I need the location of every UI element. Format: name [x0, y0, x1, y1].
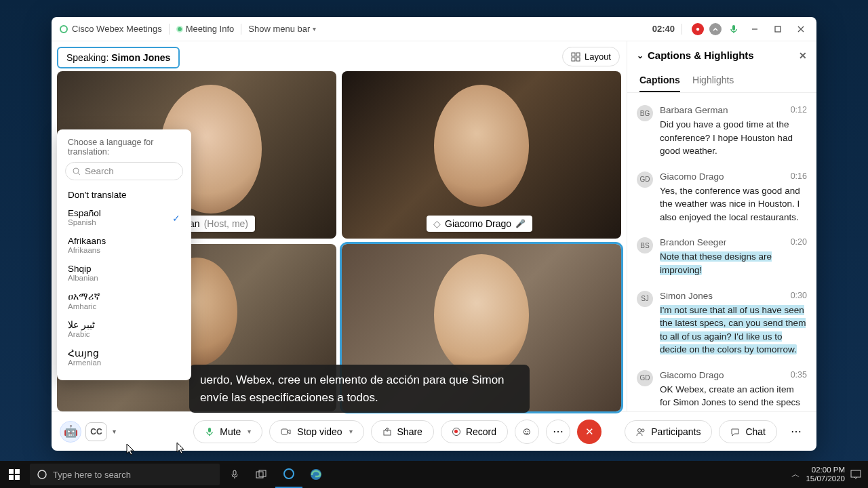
meeting-toolbar: 🤖 CC ▾ Mute ▾ Stop video ▾ Share Record: [52, 411, 816, 451]
windows-taskbar[interactable]: Type here to search ︿ 02:00 PM 15/07/202…: [0, 461, 868, 488]
system-tray[interactable]: ︿ 02:00 PM 15/07/2020: [791, 466, 868, 483]
language-label: Հայոց: [68, 348, 101, 359]
language-option[interactable]: ٹیبر علاArabic: [57, 315, 191, 344]
speaking-name: Simon Jones: [111, 52, 170, 63]
participant-name-tag: ◇ Giacomo Drago 🎤: [427, 216, 532, 232]
caption-speaker: Giacomo Drago: [660, 370, 724, 380]
caption-time: 0:16: [791, 171, 807, 182]
notifications-icon[interactable]: [850, 470, 861, 479]
language-option[interactable]: EspañolSpanish✓: [57, 204, 191, 232]
layout-button[interactable]: Layout: [562, 47, 620, 66]
language-sublabel: Afrikaans: [68, 246, 106, 256]
language-sublabel: Amharic: [68, 302, 100, 312]
edge-taskbar-icon[interactable]: [302, 461, 330, 488]
tray-time: 02:00 PM: [806, 466, 845, 474]
start-button[interactable]: [0, 469, 28, 480]
meeting-info-label: Meeting Info: [186, 24, 235, 34]
end-meeting-button[interactable]: ✕: [577, 420, 601, 444]
caption-entry[interactable]: GDGiacomo Drago0:16Yes, the conference w…: [637, 165, 807, 231]
more-options-button[interactable]: ⋯: [546, 420, 570, 444]
close-button[interactable]: [789, 20, 812, 39]
chat-icon: [730, 427, 740, 436]
captions-panel: ⌄ Captions & Highlights ✕ Captions Highl…: [627, 41, 816, 411]
task-view-icon[interactable]: [248, 461, 275, 488]
record-button[interactable]: Record: [441, 420, 508, 443]
app-brand: Cisco Webex Meetings: [60, 24, 162, 34]
windows-icon: [9, 469, 20, 480]
panel-header: ⌄ Captions & Highlights ✕: [627, 41, 816, 69]
caption-list[interactable]: BGBarbara German0:12Did you have a good …: [627, 93, 816, 411]
caption-text: Note that these designs are improving!: [660, 250, 807, 277]
meeting-info-button[interactable]: Meeting Info: [176, 24, 235, 34]
svg-rect-3: [572, 53, 575, 56]
reactions-button[interactable]: ☺: [515, 420, 539, 444]
svg-line-8: [78, 173, 80, 175]
share-icon: [382, 427, 392, 436]
language-sublabel: Armenian: [68, 359, 101, 368]
stop-video-button[interactable]: Stop video ▾: [269, 420, 363, 443]
close-panel-button[interactable]: ✕: [799, 50, 807, 61]
participants-label: Participants: [651, 426, 701, 437]
mute-label: Mute: [220, 426, 241, 437]
layout-icon: [571, 52, 580, 62]
tray-chevron-up-icon[interactable]: ︿: [791, 468, 800, 481]
language-label: ዐአማሪኛ: [68, 291, 100, 302]
language-label: ٹیبر علا: [68, 319, 95, 330]
tray-clock[interactable]: 02:00 PM 15/07/2020: [806, 466, 845, 483]
titlebar: Cisco Webex Meetings Meeting Info Show m…: [52, 17, 816, 41]
maximize-button[interactable]: [766, 20, 789, 39]
language-label: Shqip: [68, 264, 98, 274]
camera-icon: [281, 427, 292, 436]
svg-rect-15: [15, 469, 20, 474]
tab-captions[interactable]: Captions: [639, 69, 680, 92]
mouse-cursor-actual: [126, 443, 136, 457]
mute-button[interactable]: Mute ▾: [193, 420, 262, 443]
participants-button[interactable]: Participants: [625, 420, 712, 443]
language-search-input[interactable]: Search: [65, 162, 183, 180]
taskbar-search[interactable]: Type here to search: [30, 464, 220, 485]
recording-indicator-icon[interactable]: ●: [692, 23, 704, 35]
app-title: Cisco Webex Meetings: [72, 24, 162, 34]
panel-title: Captions & Highlights: [648, 49, 754, 61]
minimize-button[interactable]: [743, 20, 766, 39]
tab-highlights[interactable]: Highlights: [692, 69, 734, 92]
search-placeholder: Search: [85, 166, 114, 176]
svg-rect-10: [281, 429, 288, 434]
panel-options-button[interactable]: ⋯: [784, 420, 808, 444]
svg-rect-5: [572, 58, 575, 61]
svg-rect-19: [233, 470, 236, 475]
show-menu-button[interactable]: Show menu bar ▾: [248, 24, 316, 34]
share-button[interactable]: Share: [371, 420, 434, 443]
check-icon: ✓: [172, 213, 180, 224]
caption-entry[interactable]: BGBarbara German0:12Did you have a good …: [637, 98, 807, 165]
language-option[interactable]: ዐአማሪኛAmharic: [57, 287, 191, 316]
separator: [169, 24, 170, 35]
language-option[interactable]: ՀայոցArmenian: [57, 344, 191, 372]
closed-captions-button[interactable]: CC: [85, 422, 107, 441]
caption-entry[interactable]: GDGiacomo Drago0:35OK Webex, create an a…: [637, 363, 807, 411]
language-option[interactable]: AfrikaansAfrikaans: [57, 232, 191, 260]
participant-name: Giacomo Drago: [445, 218, 511, 229]
speaking-indicator: Speaking: Simon Jones: [57, 47, 180, 68]
caption-entry[interactable]: BSBrandon Seeger0:20Note that these desi…: [637, 230, 807, 283]
chevron-down-icon: ▾: [248, 428, 251, 435]
layout-label: Layout: [585, 52, 611, 62]
language-option[interactable]: ShqipAlbanian: [57, 260, 191, 287]
language-label: Español: [68, 208, 101, 218]
language-label: Don't translate: [68, 190, 127, 200]
taskbar-mic-icon[interactable]: [221, 461, 248, 488]
video-grid-area: Speaking: Simon Jones Layout rman (Host,…: [52, 41, 627, 411]
language-popup: Choose a language for translation: Searc…: [57, 129, 191, 380]
webex-logo-icon: [60, 25, 68, 33]
chat-button[interactable]: Chat: [719, 420, 777, 443]
panel-tabs: Captions Highlights: [627, 69, 816, 93]
caption-entry[interactable]: SJSimon Jones0:30I'm not sure that all o…: [637, 284, 807, 363]
chevron-down-icon[interactable]: ▾: [113, 428, 116, 435]
webex-assistant-button[interactable]: 🤖: [60, 421, 81, 443]
status-icon[interactable]: [709, 23, 722, 35]
cortana-taskbar-icon[interactable]: [275, 461, 302, 488]
language-option[interactable]: Don't translate: [57, 186, 191, 204]
chevron-down-icon[interactable]: ⌄: [637, 51, 644, 60]
video-tile[interactable]: ◇ Giacomo Drago 🎤: [342, 71, 621, 239]
svg-rect-17: [15, 475, 20, 480]
